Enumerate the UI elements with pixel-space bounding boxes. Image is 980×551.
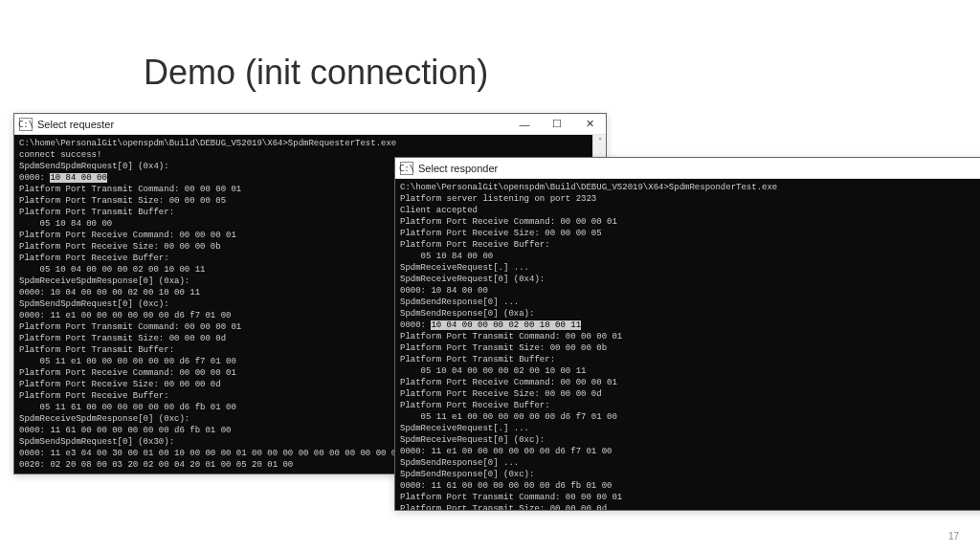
- console-line: Platform Port Receive Buffer:: [400, 240, 550, 250]
- console-line: 0000:: [400, 320, 431, 330]
- console-line: SpdmSendResponse[0] (0xa):: [400, 309, 534, 319]
- console-line: C:\home\PersonalGit\openspdm\Build\DEBUG…: [19, 139, 396, 148]
- console-line: connect success!: [19, 150, 101, 160]
- console-line: 05 10 84 00 00: [400, 252, 493, 261]
- console-line: Platform Port Receive Size: 00 00 00 0d: [19, 380, 221, 389]
- hex-highlight: 10 84 00 00: [50, 173, 106, 183]
- console-line: Platform Port Receive Command: 00 00 00 …: [19, 368, 236, 378]
- slide-title: Demo (init connection): [144, 53, 488, 93]
- console-icon: C:\: [19, 118, 33, 131]
- console-line: Platform Port Transmit Command: 00 00 00…: [400, 493, 622, 502]
- console-line: SpdmSendResponse[0] ...: [400, 458, 519, 468]
- console-line: Platform Port Transmit Command: 00 00 00…: [19, 322, 241, 332]
- console-line: Platform Port Transmit Command: 00 00 00…: [19, 185, 241, 194]
- maximize-button[interactable]: ☐: [541, 114, 573, 135]
- console-line: 0000: 11 61 00 00 00 00 00 00 d6 fb 01 0…: [400, 481, 612, 491]
- console-line: 05 10 04 00 00 00 02 00 10 00 11: [400, 366, 586, 376]
- console-line: Platform Port Receive Command: 00 00 00 …: [400, 217, 617, 227]
- console-line: SpdmReceiveRequest[.] ...: [400, 424, 529, 433]
- console-line: Platform Port Receive Buffer:: [400, 401, 550, 410]
- scroll-up-icon[interactable]: ˄: [593, 135, 606, 148]
- page-number: 17: [948, 531, 959, 541]
- requester-title-text: Select requester: [37, 119, 114, 130]
- responder-title-text: Select responder: [418, 163, 498, 174]
- console-line: Client accepted: [400, 206, 478, 215]
- console-line: Platform Port Receive Buffer:: [19, 253, 169, 263]
- console-line: 0000: 10 04 00 00 00 02 00 10 00 11: [19, 288, 200, 298]
- console-icon: C:\: [400, 162, 413, 175]
- console-line: 05 11 e1 00 00 00 00 00 00 d6 f7 01 00: [19, 357, 236, 366]
- console-line: 0020: 02 20 08 00 03 20 02 00 04 20 01 0…: [19, 460, 293, 470]
- console-line: SpdmReceiveSpdmResponse[0] (0xa):: [19, 276, 189, 286]
- console-line: 0000: 11 e3 04 00 30 00 01 00 10 00 00 0…: [19, 449, 402, 458]
- requester-titlebar[interactable]: C:\ Select requester — ☐ ✕: [14, 114, 606, 135]
- console-line: Platform Port Transmit Size: 00 00 00 0b: [400, 343, 607, 353]
- hex-highlight: 10 04 00 00 00 02 00 10 00 11: [431, 320, 581, 330]
- console-line: 05 10 84 00 00: [19, 219, 112, 229]
- console-line: 0000: 11 e1 00 00 00 00 00 00 d6 f7 01 0…: [19, 311, 231, 320]
- console-line: 0000: 10 84 00 00: [400, 286, 488, 296]
- console-line: Platform Port Receive Buffer:: [19, 391, 169, 401]
- console-line: SpdmReceiveRequest[0] (0xc):: [400, 435, 545, 445]
- minimize-button[interactable]: —: [508, 114, 541, 135]
- console-line: 0000: 11 61 00 00 00 00 00 00 d6 fb 01 0…: [19, 426, 231, 435]
- console-line: SpdmSendSpdmRequest[0] (0xc):: [19, 299, 169, 309]
- console-line: C:\home\PersonalGit\openspdm\Build\DEBUG…: [400, 183, 777, 192]
- console-line: Platform Port Receive Command: 00 00 00 …: [19, 231, 236, 240]
- console-line: SpdmSendSpdmRequest[0] (0x4):: [19, 162, 169, 171]
- console-line: Platform Port Transmit Size: 00 00 00 05: [19, 196, 226, 206]
- console-line: SpdmSendResponse[0] ...: [400, 298, 519, 307]
- console-line: SpdmReceiveRequest[.] ...: [400, 263, 529, 273]
- console-line: Platform Port Transmit Size: 00 00 00 0d: [400, 504, 607, 510]
- console-line: SpdmReceiveRequest[0] (0x4):: [400, 275, 545, 284]
- responder-titlebar[interactable]: C:\ Select responder — ☐ ✕: [395, 158, 980, 179]
- responder-console[interactable]: C:\home\PersonalGit\openspdm\Build\DEBUG…: [395, 179, 980, 510]
- console-line: 0000:: [19, 173, 50, 183]
- responder-window: C:\ Select responder — ☐ ✕ C:\home\Perso…: [394, 157, 980, 511]
- console-line: 05 11 61 00 00 00 00 00 00 d6 fb 01 00: [19, 403, 236, 412]
- close-button[interactable]: ✕: [573, 114, 606, 135]
- console-line: SpdmSendResponse[0] (0xc):: [400, 470, 534, 479]
- console-line: Platform Port Transmit Size: 00 00 00 0d: [19, 334, 226, 343]
- console-line: Platform Port Receive Size: 00 00 00 05: [400, 229, 602, 238]
- console-line: Platform server listening on port 2323: [400, 194, 596, 204]
- console-line: Platform Port Receive Command: 00 00 00 …: [400, 378, 617, 387]
- console-line: Platform Port Transmit Buffer:: [19, 208, 174, 217]
- console-line: SpdmSendSpdmRequest[0] (0x30):: [19, 437, 174, 447]
- console-line: SpdmReceiveSpdmResponse[0] (0xc):: [19, 414, 189, 424]
- console-line: Platform Port Receive Size: 00 00 00 0b: [19, 242, 221, 252]
- console-line: 0000: 11 e1 00 00 00 00 00 00 d6 f7 01 0…: [400, 447, 612, 456]
- console-line: Platform Port Transmit Buffer:: [400, 355, 555, 364]
- console-line: 05 11 e1 00 00 00 00 00 00 d6 f7 01 00: [400, 412, 617, 422]
- console-line: Platform Port Transmit Buffer:: [19, 345, 174, 355]
- console-line: Platform Port Transmit Command: 00 00 00…: [400, 332, 622, 342]
- console-line: 05 10 04 00 00 00 02 00 10 00 11: [19, 265, 205, 275]
- console-line: Platform Port Receive Size: 00 00 00 0d: [400, 389, 602, 399]
